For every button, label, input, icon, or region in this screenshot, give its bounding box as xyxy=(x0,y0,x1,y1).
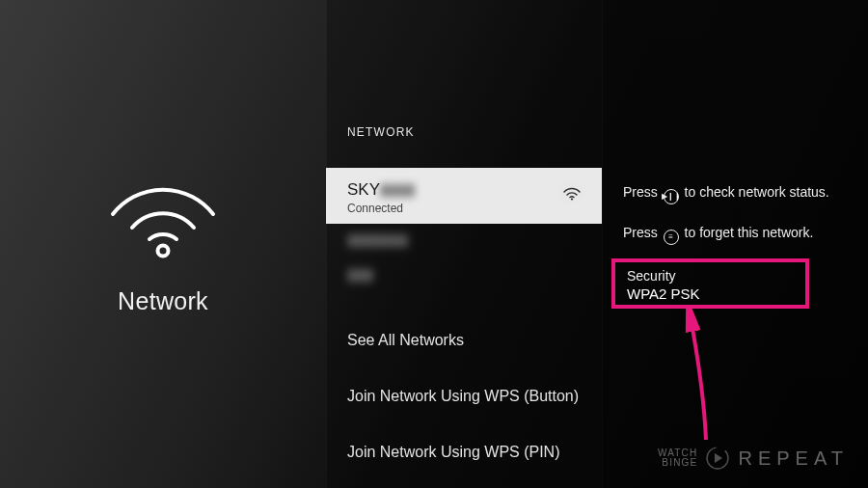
svg-point-3 xyxy=(571,198,573,200)
network-item-selected[interactable]: SKY▮▮▮▮ Connected xyxy=(326,168,602,224)
wifi-signal-icon xyxy=(563,187,581,204)
play-pause-icon: ▶❙❙ xyxy=(664,189,679,204)
tip-check-status: Press ▶❙❙ to check network status. xyxy=(623,183,845,204)
network-list: SKY▮▮▮▮ Connected ▮▮▮▮▮▮▮ ▮▮▮ xyxy=(326,168,602,480)
network-item[interactable]: ▮▮▮▮▮▮▮ xyxy=(326,224,602,255)
wifi-icon xyxy=(105,174,221,260)
join-wps-button[interactable]: Join Network Using WPS (Button) xyxy=(326,368,602,424)
watermark-big: REPEAT xyxy=(738,447,849,470)
network-status: Connected xyxy=(347,202,581,215)
network-settings-screen: Network NETWORK SKY▮▮▮▮ Connected ▮▮▮▮▮▮… xyxy=(0,0,868,488)
left-panel-title: Network xyxy=(118,287,208,315)
security-info-highlight: Security WPA2 PSK xyxy=(611,258,809,309)
network-item[interactable]: ▮▮▮ xyxy=(326,258,602,289)
section-header: NETWORK xyxy=(347,125,415,139)
watermark-small: WATCHBINGE xyxy=(658,448,698,469)
watermark: WATCHBINGE REPEAT xyxy=(658,446,849,471)
see-all-networks[interactable]: See All Networks xyxy=(326,312,602,368)
join-wps-pin[interactable]: Join Network Using WPS (PIN) xyxy=(326,424,602,480)
left-panel: Network xyxy=(0,0,326,488)
menu-icon: ≡ xyxy=(664,230,679,245)
tip-forget-network: Press ≡ to forget this network. xyxy=(623,224,845,245)
repeat-icon xyxy=(705,446,730,471)
svg-point-0 xyxy=(158,245,169,256)
middle-panel: NETWORK SKY▮▮▮▮ Connected ▮▮▮▮▮▮▮ ▮▮▮ xyxy=(326,0,602,488)
right-panel: Press ▶❙❙ to check network status. Press… xyxy=(602,0,868,488)
security-value: WPA2 PSK xyxy=(627,285,794,302)
network-name: SKY▮▮▮▮ xyxy=(347,179,581,200)
security-label: Security xyxy=(627,268,794,284)
